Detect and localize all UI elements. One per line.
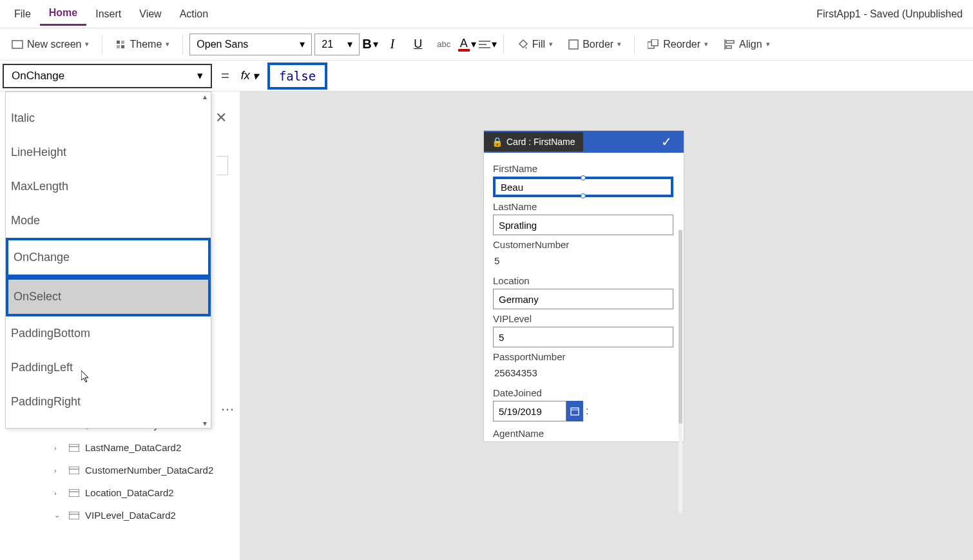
reorder-icon: [648, 39, 659, 50]
input-value: 5/19/2019: [499, 406, 542, 417]
fill-label: Fill: [532, 39, 545, 50]
chevron-down-icon: ▾: [766, 40, 770, 48]
label-agentname: AgentName: [493, 428, 675, 439]
dropdown-item-lineheight[interactable]: LineHeight: [6, 135, 211, 169]
expand-icon[interactable]: ›: [54, 467, 63, 474]
dropdown-item-mode[interactable]: Mode: [6, 204, 211, 238]
align-label: Align: [739, 39, 762, 50]
scrollbar-thumb[interactable]: [679, 230, 682, 423]
border-button[interactable]: Border ▾: [562, 35, 628, 54]
tree-label: VIPLevel_DataCard2: [85, 510, 176, 521]
svg-rect-16: [69, 467, 79, 474]
tree-item-customernumber[interactable]: › CustomerNumber_DataCard2: [52, 459, 232, 481]
lock-icon: 🔒: [492, 137, 503, 147]
font-select[interactable]: Open Sans ▾: [189, 34, 312, 55]
separator: [634, 35, 635, 54]
card-icon: [68, 443, 80, 452]
chevron-down-icon: ▾: [197, 69, 203, 82]
tree-item-lastname[interactable]: › LastName_DataCard2: [52, 436, 232, 459]
equals-sign: =: [215, 68, 236, 84]
canvas[interactable]: 🔒 Card : FirstName ✓ FirstName Beau Last…: [240, 92, 973, 560]
formula-bar: OnChange ▾ = fx ▾ false: [0, 61, 973, 92]
tree-label: Location_DataCard2: [85, 487, 174, 498]
property-selector[interactable]: OnChange ▾: [3, 64, 212, 88]
chevron-down-icon: ▾: [471, 38, 476, 50]
theme-label: Theme: [130, 39, 162, 50]
tree-label: CustomerNumber_DataCard2: [85, 465, 213, 476]
property-name: OnChange: [12, 70, 64, 82]
tree-item-viplevel[interactable]: ⌄ VIPLevel_DataCard2: [52, 504, 232, 526]
input-location[interactable]: Germany: [493, 289, 673, 309]
collapse-icon[interactable]: ⌄: [54, 511, 63, 519]
scroll-up-arrow[interactable]: ▴: [6, 92, 211, 101]
close-icon[interactable]: ✕: [215, 110, 227, 126]
svg-rect-2: [121, 41, 124, 44]
dropdown-item-paddingright[interactable]: PaddingRight: [6, 385, 211, 419]
chevron-down-icon: ▾: [85, 40, 89, 48]
align-button[interactable]: Align ▾: [717, 35, 776, 54]
menu-action[interactable]: Action: [171, 3, 217, 25]
dropdown-item-italic[interactable]: Italic: [6, 101, 211, 135]
dropdown-item-paddingbottom[interactable]: PaddingBottom: [6, 316, 211, 351]
font-name: Open Sans: [197, 39, 248, 50]
new-screen-button[interactable]: New screen ▾: [5, 35, 95, 54]
bold-button[interactable]: B ▾: [362, 37, 378, 52]
card-icon: [68, 466, 80, 475]
fill-icon: [517, 39, 528, 50]
formula-input[interactable]: false: [267, 63, 327, 90]
svg-rect-1: [117, 41, 120, 44]
font-color-icon: A: [458, 37, 470, 52]
expand-icon[interactable]: ›: [54, 489, 63, 497]
input-datejoined[interactable]: 5/19/2019: [493, 401, 566, 421]
submit-check-icon[interactable]: ✓: [650, 134, 684, 150]
chevron-down-icon: ▾: [373, 38, 378, 50]
strikethrough-button[interactable]: abc: [432, 33, 456, 56]
resize-handle[interactable]: [581, 175, 586, 180]
calendar-icon: [570, 407, 579, 416]
reorder-button[interactable]: Reorder ▾: [641, 35, 715, 54]
theme-icon: [115, 39, 126, 50]
card-icon: [68, 488, 80, 497]
form-scrollbar[interactable]: [679, 230, 682, 514]
scroll-down-arrow[interactable]: ▾: [6, 419, 211, 428]
chevron-down-icon: ▾: [300, 38, 305, 50]
svg-rect-12: [726, 41, 734, 43]
menu-file[interactable]: File: [5, 3, 40, 25]
underline-button[interactable]: U: [407, 33, 430, 56]
svg-rect-20: [69, 512, 79, 519]
svg-rect-8: [569, 40, 578, 49]
fx-button[interactable]: fx ▾: [236, 69, 264, 83]
align-text-button[interactable]: ▾: [479, 38, 497, 50]
expand-icon[interactable]: ›: [54, 444, 63, 452]
dropdown-item-onchange[interactable]: OnChange: [6, 238, 211, 277]
value-customernumber: 5: [493, 255, 675, 266]
dropdown-item-paddingleft[interactable]: PaddingLeft: [6, 351, 211, 385]
theme-button[interactable]: Theme ▾: [109, 35, 176, 54]
card-title: Card : FirstName: [506, 137, 575, 147]
chevron-down-icon: ▾: [704, 40, 708, 48]
label-datejoined: DateJoined: [493, 387, 675, 398]
input-viplevel[interactable]: 5: [493, 327, 673, 347]
italic-button[interactable]: I: [381, 33, 404, 56]
date-row: 5/19/2019 :: [493, 401, 675, 421]
input-firstname[interactable]: Beau: [493, 177, 673, 197]
tree-item-location[interactable]: › Location_DataCard2: [52, 481, 232, 504]
chevron-down-icon: ▾: [166, 40, 169, 48]
tree-view: DataCardKey12 › LastName_DataCard2 › Cus…: [0, 414, 232, 526]
svg-rect-22: [571, 408, 579, 415]
menu-home[interactable]: Home: [40, 2, 86, 26]
date-picker-button[interactable]: [566, 401, 583, 421]
overflow-menu[interactable]: …: [220, 398, 236, 414]
menu-insert[interactable]: Insert: [86, 3, 130, 25]
main-area: ✕ … ▴ Italic LineHeight MaxLength Mode O…: [0, 92, 973, 560]
font-size-select[interactable]: 21 ▾: [314, 34, 360, 55]
font-color-button[interactable]: A ▾: [458, 37, 476, 52]
dropdown-item-maxlength[interactable]: MaxLength: [6, 169, 211, 204]
chevron-down-icon: ▾: [549, 40, 553, 48]
resize-handle[interactable]: [581, 193, 586, 198]
svg-rect-0: [12, 41, 23, 48]
menu-view[interactable]: View: [130, 3, 170, 25]
fill-button[interactable]: Fill ▾: [510, 35, 559, 54]
input-lastname[interactable]: Spratling: [493, 215, 673, 235]
dropdown-item-onselect[interactable]: OnSelect: [6, 277, 211, 316]
